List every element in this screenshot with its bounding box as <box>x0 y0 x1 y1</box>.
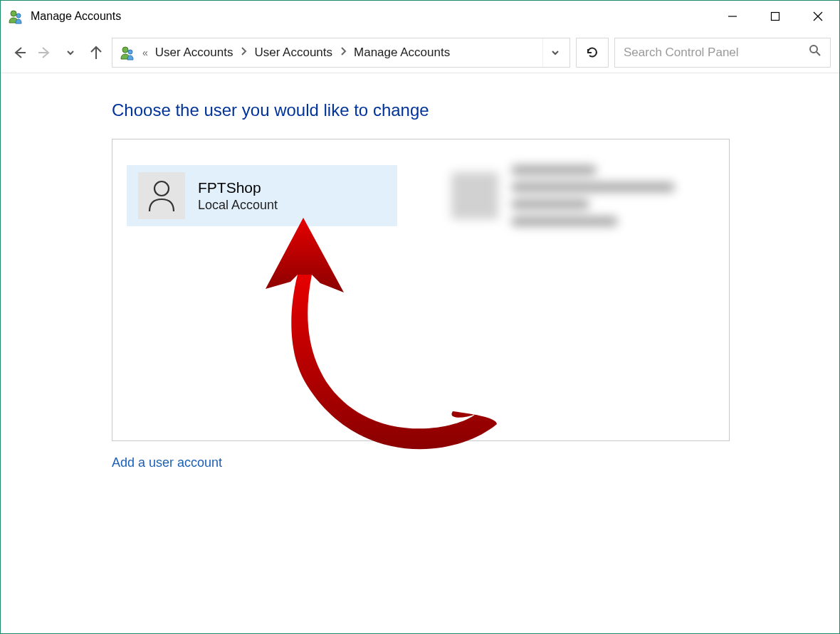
page-heading: Choose the user you would like to change <box>112 100 839 120</box>
close-button[interactable] <box>797 3 839 30</box>
breadcrumb-segment[interactable]: User Accounts <box>155 46 248 60</box>
account-name: FPTShop <box>198 179 278 196</box>
search-box[interactable] <box>614 38 831 68</box>
breadcrumb-label: User Accounts <box>155 46 233 60</box>
svg-point-0 <box>11 11 16 16</box>
window-title: Manage Accounts <box>31 10 121 23</box>
account-type: Local Account <box>198 198 278 213</box>
refresh-button[interactable] <box>576 38 609 68</box>
svg-point-7 <box>128 50 132 54</box>
accounts-panel: FPTShop Local Account <box>112 139 730 441</box>
titlebar-left: Manage Accounts <box>8 9 121 24</box>
svg-point-6 <box>122 47 128 53</box>
user-accounts-icon <box>8 9 23 24</box>
search-icon <box>809 44 821 60</box>
svg-point-8 <box>810 46 817 53</box>
content-area: Choose the user you would like to change… <box>1 73 839 633</box>
account-card-redacted[interactable] <box>440 165 710 226</box>
titlebar: Manage Accounts <box>1 1 839 32</box>
annotation-arrow-icon <box>184 204 518 474</box>
chevron-right-icon[interactable] <box>340 46 347 60</box>
search-input[interactable] <box>624 46 809 60</box>
avatar <box>138 172 185 219</box>
toolbar: « User Accounts User Accounts Manage Acc… <box>1 32 839 73</box>
svg-point-10 <box>154 181 169 196</box>
chevron-right-icon[interactable] <box>240 46 247 60</box>
up-button[interactable] <box>86 43 106 63</box>
breadcrumb-segment[interactable]: User Accounts <box>254 46 347 60</box>
user-accounts-icon <box>120 45 135 60</box>
back-button[interactable] <box>9 43 29 63</box>
breadcrumb-label: User Accounts <box>254 46 332 60</box>
minimize-button[interactable] <box>711 3 754 30</box>
avatar <box>451 172 498 219</box>
address-dropdown-button[interactable] <box>542 38 567 67</box>
svg-line-9 <box>817 52 820 56</box>
recent-locations-button[interactable] <box>61 43 80 63</box>
window-controls <box>711 3 839 30</box>
forward-button[interactable] <box>35 43 55 63</box>
address-bar[interactable]: « User Accounts User Accounts Manage Acc… <box>112 38 570 68</box>
add-user-account-link[interactable]: Add a user account <box>112 455 222 470</box>
maximize-button[interactable] <box>754 3 797 30</box>
account-card[interactable]: FPTShop Local Account <box>127 165 397 226</box>
breadcrumb-label: Manage Accounts <box>354 46 450 60</box>
breadcrumb-segment[interactable]: Manage Accounts <box>354 46 450 60</box>
history-chevrons-icon: « <box>142 47 148 58</box>
svg-point-1 <box>16 14 21 18</box>
svg-rect-3 <box>772 13 779 21</box>
